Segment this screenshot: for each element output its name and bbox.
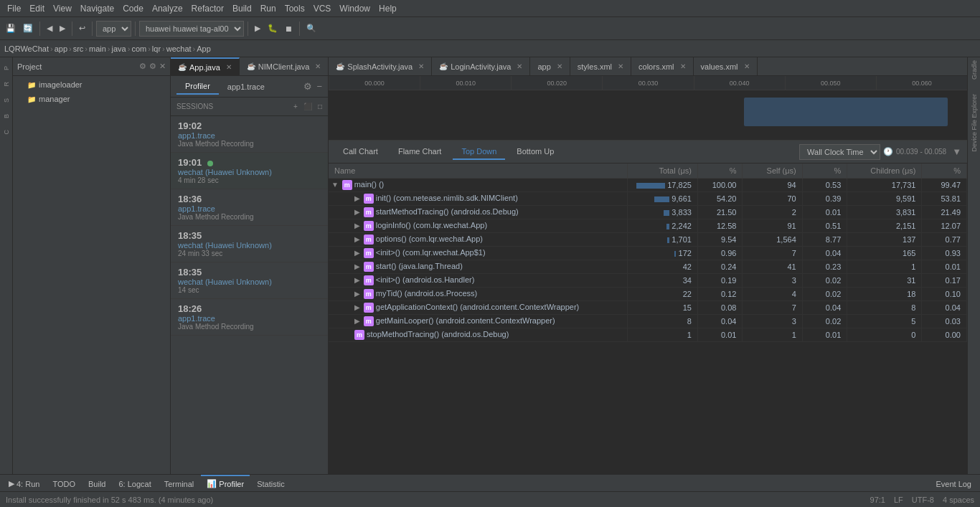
- tab-event-log[interactable]: Event Log: [930, 475, 977, 492]
- tab-statistic[interactable]: Statistic: [251, 475, 291, 492]
- expand-icon-5[interactable]: ▶: [354, 249, 362, 257]
- menu-edit[interactable]: Edit: [25, 2, 49, 15]
- tab-close-3[interactable]: ✕: [517, 62, 522, 70]
- expand-icon-10[interactable]: ▶: [354, 317, 362, 325]
- table-row[interactable]: ▶ mloginInfo() (com.lqr.wechat.App) 2,24…: [329, 219, 967, 233]
- tab-close-2[interactable]: ✕: [418, 62, 424, 70]
- expand-icon-6[interactable]: ▶: [354, 262, 362, 270]
- menu-tools[interactable]: Tools: [281, 2, 309, 15]
- menu-refactor[interactable]: Refactor: [187, 2, 228, 15]
- tab-call-chart[interactable]: Call Chart: [334, 144, 387, 160]
- expand-icon-3[interactable]: ▶: [354, 222, 362, 229]
- bc-app[interactable]: app: [55, 44, 67, 53]
- tab-splash[interactable]: ☕ SplashActivity.java ✕: [329, 57, 432, 76]
- table-row[interactable]: ▶ mstartMethodTracing() (android.os.Debu…: [329, 206, 967, 219]
- table-row[interactable]: ▶ m<init>() (android.os.Handler)340.1930…: [329, 274, 967, 288]
- tab-app[interactable]: app ✕: [530, 57, 570, 76]
- bc-app-class[interactable]: App: [197, 44, 211, 53]
- tab-colors[interactable]: colors.xml ✕: [631, 57, 694, 76]
- tab-close-5[interactable]: ✕: [618, 62, 623, 70]
- tab-close-1[interactable]: ✕: [315, 62, 321, 70]
- tab-logcat[interactable]: 6: Logcat: [113, 475, 156, 492]
- tab-close-0[interactable]: ✕: [226, 63, 232, 71]
- menu-help[interactable]: Help: [374, 2, 401, 15]
- menu-analyze[interactable]: Analyze: [148, 2, 187, 15]
- toolbar-search[interactable]: 🔍: [303, 22, 319, 34]
- add-session-icon[interactable]: +: [293, 103, 298, 110]
- sidebar-resource-toggle[interactable]: R: [1, 79, 11, 90]
- tab-todo[interactable]: TODO: [47, 475, 81, 492]
- table-row[interactable]: ▶ mgetMainLooper() (android.content.Cont…: [329, 315, 967, 328]
- tab-close-4[interactable]: ✕: [557, 62, 562, 70]
- table-row[interactable]: ▶ mstart() (java.lang.Thread)420.24410.2…: [329, 260, 967, 274]
- tab-app-java[interactable]: ☕ App.java ✕: [171, 57, 240, 76]
- tab-styles[interactable]: styles.xml ✕: [570, 57, 631, 76]
- expand-icon-2[interactable]: ▶: [354, 208, 362, 216]
- tab-flame-chart[interactable]: Flame Chart: [390, 144, 451, 160]
- project-close-icon[interactable]: ✕: [159, 62, 166, 71]
- stop-session-icon[interactable]: ⬛: [303, 103, 312, 110]
- project-menu-icon[interactable]: ⚙: [139, 62, 146, 71]
- toolbar-stop[interactable]: ⏹: [282, 23, 296, 34]
- filter-icon[interactable]: ▼: [952, 146, 961, 157]
- device-file-tab[interactable]: Device File Explorer: [971, 94, 978, 152]
- clock-type-selector[interactable]: Wall Clock Time: [799, 144, 880, 160]
- tab-trace[interactable]: app1.trace: [219, 80, 273, 94]
- app-selector[interactable]: app: [96, 21, 131, 37]
- tab-run[interactable]: ▶ 4: Run: [3, 475, 45, 492]
- gradle-tab[interactable]: Gradle: [971, 60, 978, 80]
- encoding[interactable]: UTF-8: [912, 496, 934, 504]
- settings-icon[interactable]: ⚙: [303, 81, 312, 92]
- tab-login[interactable]: ☕ LoginActivity.java ✕: [432, 57, 530, 76]
- tab-close-6[interactable]: ✕: [680, 62, 686, 70]
- tab-top-down[interactable]: Top Down: [453, 144, 505, 160]
- sidebar-captures-toggle[interactable]: C: [1, 127, 11, 138]
- toolbar-sync[interactable]: 🔄: [20, 22, 36, 34]
- tab-nimclient[interactable]: ☕ NIMClient.java ✕: [240, 57, 329, 76]
- menu-run[interactable]: Run: [256, 2, 281, 15]
- table-row[interactable]: ▶ m<init>() (com.lqr.wechat.App$1) 1720.…: [329, 247, 967, 260]
- expand-icon-9[interactable]: ▶: [354, 303, 362, 311]
- session-item-5[interactable]: 18:26 app1.trace Java Method Recording: [171, 299, 328, 336]
- menu-build[interactable]: Build: [228, 2, 256, 15]
- session-item-0[interactable]: 19:02 app1.trace Java Method Recording: [171, 116, 328, 153]
- menu-navigate[interactable]: Navigate: [76, 2, 118, 15]
- menu-file[interactable]: File: [3, 2, 25, 15]
- tab-close-7[interactable]: ✕: [744, 62, 750, 70]
- sidebar-structure-toggle[interactable]: S: [1, 95, 11, 105]
- bc-com[interactable]: com: [131, 44, 146, 53]
- table-row[interactable]: ▶ moptions() (com.lqr.wechat.App) 1,7019…: [329, 233, 967, 247]
- timeline-track[interactable]: [329, 90, 967, 141]
- record-icon[interactable]: □: [318, 103, 322, 110]
- timeline-area[interactable]: 00.000 00.010 00.020 00.030 00.040 00.05…: [329, 76, 967, 141]
- indent-setting[interactable]: 4 spaces: [943, 496, 974, 504]
- expand-icon-8[interactable]: ▶: [354, 290, 362, 298]
- session-item-3[interactable]: 18:35 wechat (Huawei Unknown) 24 min 33 …: [171, 226, 328, 262]
- menu-code[interactable]: Code: [118, 2, 148, 15]
- table-row[interactable]: ▶ mmyTid() (android.os.Process)220.1240.…: [329, 288, 967, 301]
- tab-bottom-up[interactable]: Bottom Up: [508, 144, 562, 160]
- line-separator[interactable]: LF: [894, 496, 903, 504]
- sidebar-build-toggle[interactable]: B: [1, 111, 11, 121]
- menu-view[interactable]: View: [49, 2, 76, 15]
- tab-profiler-bottom[interactable]: 📊 Profiler: [201, 475, 250, 492]
- table-row[interactable]: ▼ mmain() () 17,825100.00940.5317,73199.…: [329, 179, 967, 192]
- toolbar-save[interactable]: 💾: [3, 22, 19, 34]
- menu-vcs[interactable]: VCS: [309, 2, 336, 15]
- close-panel-icon[interactable]: −: [316, 81, 322, 92]
- menu-window[interactable]: Window: [335, 2, 374, 15]
- toolbar-back[interactable]: ◀: [44, 22, 55, 34]
- toolbar-undo[interactable]: ↩: [76, 22, 88, 34]
- bc-main[interactable]: main: [89, 44, 106, 53]
- call-table[interactable]: Name Total (μs) % Self (μs) % Children (…: [329, 164, 967, 474]
- tab-build[interactable]: Build: [83, 475, 111, 492]
- bc-project[interactable]: LQRWeChat: [4, 44, 49, 53]
- toolbar-debug[interactable]: 🐛: [265, 22, 281, 34]
- table-row[interactable]: ▶ mgetApplicationContext() (android.cont…: [329, 301, 967, 315]
- project-settings-icon[interactable]: ⚙: [149, 62, 156, 71]
- tree-imageloader[interactable]: 📁 imageloader: [13, 77, 170, 92]
- tab-terminal[interactable]: Terminal: [159, 475, 200, 492]
- table-row[interactable]: mstopMethodTracing() (android.os.Debug)1…: [329, 328, 967, 342]
- bc-java[interactable]: java: [112, 44, 126, 53]
- bc-src[interactable]: src: [73, 44, 84, 53]
